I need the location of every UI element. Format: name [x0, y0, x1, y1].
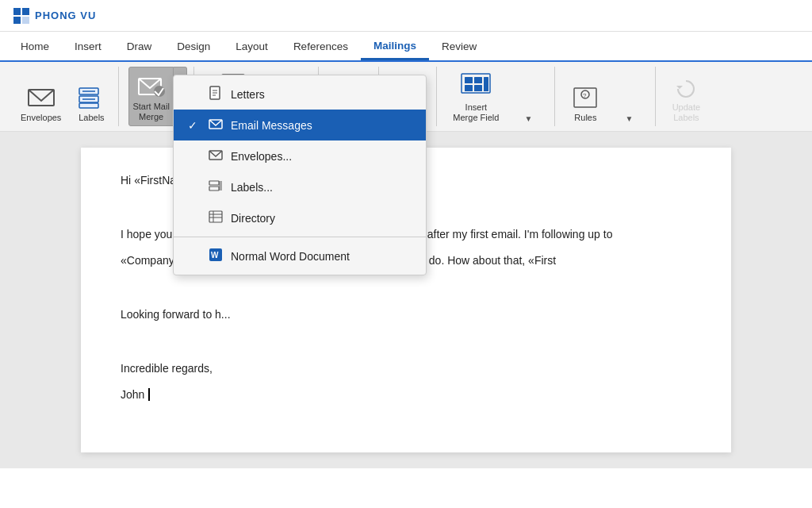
- update-labels-group: UpdateLabels: [659, 67, 713, 126]
- doc-line-4: Looking forward to h...: [121, 306, 691, 325]
- merge-firstname-2: «First: [528, 254, 556, 267]
- tab-review[interactable]: Review: [429, 34, 489, 59]
- email-messages-label: Email Messages: [231, 119, 312, 132]
- doc-line-blank-3: [121, 333, 691, 352]
- svg-rect-44: [209, 211, 222, 222]
- tab-layout[interactable]: Layout: [223, 34, 281, 59]
- svg-rect-25: [465, 77, 473, 83]
- doc-line-6: John: [121, 386, 691, 405]
- svg-rect-27: [465, 85, 473, 91]
- dropdown-item-labels[interactable]: Labels...: [174, 171, 426, 202]
- svg-rect-1: [22, 8, 29, 15]
- labels-button[interactable]: Labels: [71, 67, 112, 126]
- letters-label: Letters: [231, 88, 265, 101]
- update-labels-button[interactable]: UpdateLabels: [665, 67, 707, 126]
- word-doc-icon: W: [209, 248, 223, 264]
- logo: PHONG VU: [13, 7, 96, 25]
- checkmark-icon: ✓: [188, 119, 201, 132]
- svg-rect-41: [209, 187, 219, 190]
- svg-rect-26: [474, 77, 482, 83]
- insert-merge-icon: [460, 71, 492, 100]
- svg-rect-9: [79, 103, 98, 108]
- tab-design[interactable]: Design: [164, 34, 223, 59]
- svg-rect-29: [484, 77, 488, 91]
- labels-large-icon: [77, 85, 105, 110]
- svg-marker-33: [676, 86, 683, 89]
- tab-mailings[interactable]: Mailings: [361, 33, 429, 60]
- dropdown-item-envelopes[interactable]: Envelopes...: [174, 140, 426, 171]
- svg-text:W: W: [211, 251, 219, 260]
- rules-label: Rules: [574, 113, 596, 123]
- rules-icon: ?: [571, 85, 599, 110]
- merge-company: «Company»: [121, 254, 181, 267]
- dropdown-item-directory[interactable]: Directory: [174, 202, 426, 233]
- rules-button[interactable]: ? Rules: [565, 67, 606, 126]
- ribbon-tabs: Home Insert Draw Design Layout Reference…: [0, 32, 812, 62]
- rules-group: ? Rules ▼: [558, 67, 656, 126]
- envelopes-dropdown-label: Envelopes...: [231, 150, 292, 163]
- svg-rect-28: [474, 85, 482, 91]
- envelopes-button[interactable]: Envelopes: [14, 67, 67, 126]
- email-messages-envelope-icon: [209, 117, 223, 133]
- envelope-large-icon: [27, 85, 56, 110]
- normal-word-label: Normal Word Document: [231, 250, 350, 263]
- labels-dropdown-icon: [209, 179, 223, 195]
- doc-line-5: Incredible regards,: [121, 360, 691, 379]
- insert-merge-label: InsertMerge Field: [453, 102, 499, 123]
- start-mail-merge-label: Start MailMerge: [132, 102, 169, 122]
- dropdown-item-letters[interactable]: Letters: [174, 79, 426, 110]
- svg-rect-3: [22, 17, 29, 24]
- dropdown-item-email-messages[interactable]: ✓ Email Messages: [174, 110, 426, 140]
- top-bar: PHONG VU: [0, 0, 812, 32]
- logo-icon: [13, 7, 30, 25]
- svg-rect-2: [13, 17, 21, 24]
- tab-home[interactable]: Home: [8, 34, 62, 59]
- tab-draw[interactable]: Draw: [114, 34, 165, 59]
- labels-label: Labels: [79, 113, 104, 123]
- mail-merge-icon: [137, 74, 166, 99]
- labels-dropdown-label: Labels...: [231, 181, 273, 194]
- dropdown-item-normal-word[interactable]: W Normal Word Document: [174, 241, 426, 271]
- directory-label: Directory: [231, 212, 275, 225]
- insert-merge-button[interactable]: InsertMerge Field: [446, 67, 505, 126]
- insert-merge-group: InsertMerge Field ▼: [440, 67, 555, 126]
- insert-merge-dropdown[interactable]: ▼: [508, 67, 548, 126]
- directory-icon: [209, 210, 223, 226]
- svg-rect-0: [13, 8, 21, 15]
- envelopes-icon: [209, 148, 223, 164]
- doc-line-blank-2: [121, 279, 691, 298]
- start-mail-merge-main[interactable]: Start MailMerge: [128, 67, 173, 126]
- logo-text: PHONG VU: [35, 10, 96, 21]
- svg-rect-40: [209, 181, 219, 185]
- update-labels-icon: [672, 75, 700, 100]
- tab-insert[interactable]: Insert: [62, 34, 114, 59]
- letters-doc-icon: [209, 86, 223, 102]
- create-group: Envelopes Labels: [8, 67, 119, 126]
- envelopes-label: Envelopes: [21, 113, 61, 123]
- update-labels-label: UpdateLabels: [672, 102, 700, 123]
- dropdown-divider: [174, 237, 426, 237]
- rules-dropdown[interactable]: ▼: [609, 67, 649, 126]
- svg-text:?: ?: [583, 92, 587, 99]
- mail-merge-dropdown: Letters ✓ Email Messages Envelopes...: [173, 75, 427, 275]
- tab-references[interactable]: References: [281, 34, 361, 59]
